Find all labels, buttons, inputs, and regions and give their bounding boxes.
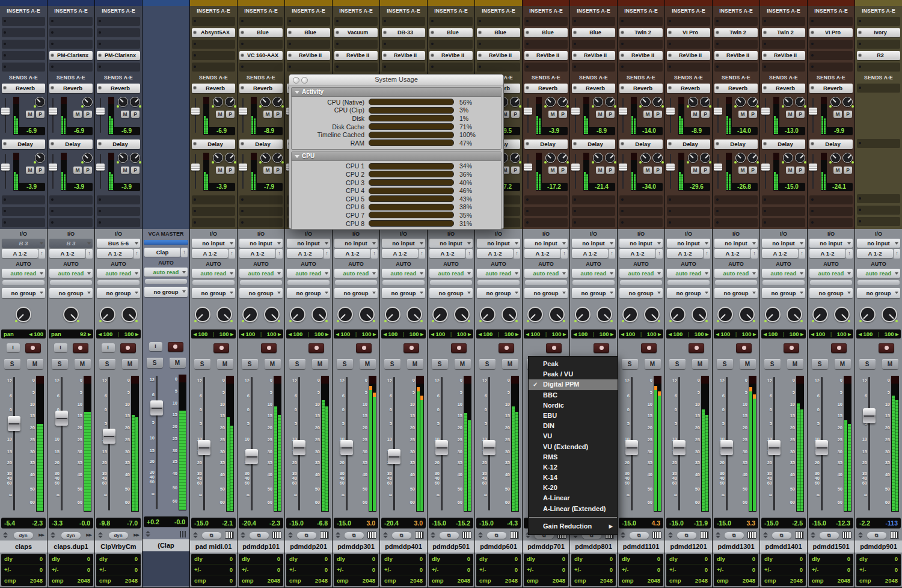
send-pan-knob[interactable] xyxy=(272,97,283,107)
send-pan-knob[interactable] xyxy=(593,97,603,107)
send-mute-button[interactable]: M xyxy=(121,111,129,118)
record-enable-button[interactable] xyxy=(308,343,324,353)
pan-value-display[interactable]: pan◂ 100 xyxy=(1,329,46,338)
send-level-display[interactable]: -14.0 xyxy=(636,127,663,135)
send-pre-button[interactable]: P xyxy=(131,111,140,118)
fader-cap[interactable] xyxy=(673,440,686,455)
pan-knob[interactable] xyxy=(502,307,517,322)
input-monitor-button[interactable]: I xyxy=(7,343,20,352)
insert-slot-empty[interactable] xyxy=(760,194,807,206)
insert-slot-empty[interactable] xyxy=(523,217,569,228)
send-fader-cap[interactable] xyxy=(571,108,580,115)
send-fader-cap[interactable] xyxy=(666,108,675,115)
output-path-arrow-icon[interactable]: ↑ xyxy=(86,249,93,259)
track-name[interactable]: pdmdd1101 xyxy=(618,541,664,553)
send-pre-button[interactable]: P xyxy=(701,111,710,118)
volume-peak-display[interactable]: -5.4-2.3 xyxy=(1,518,46,528)
send-fader-track[interactable] xyxy=(52,98,54,133)
menu-item-k-20[interactable]: K-20 xyxy=(529,483,618,493)
send-pan-knob[interactable] xyxy=(652,153,663,163)
insert-slot-empty[interactable] xyxy=(333,61,379,73)
send-assign-button[interactable]: Delay xyxy=(713,138,759,150)
insert-slot[interactable]: R2 xyxy=(855,50,902,61)
insert-slot-empty[interactable] xyxy=(665,217,712,228)
send-pan-knob[interactable] xyxy=(688,153,698,163)
pan-knob[interactable] xyxy=(100,307,115,322)
insert-slot-empty[interactable] xyxy=(570,217,617,228)
record-enable-button[interactable] xyxy=(689,343,704,353)
mute-button[interactable]: M xyxy=(787,359,803,369)
automation-mode-selector[interactable]: auto read xyxy=(97,269,140,278)
insert-slot-empty[interactable] xyxy=(570,194,617,206)
fader-cap[interactable] xyxy=(55,411,68,426)
mute-button[interactable]: M xyxy=(122,359,138,369)
pan-knob[interactable] xyxy=(717,307,733,322)
send-fader-cap[interactable] xyxy=(1,164,10,171)
send-pre-button[interactable]: P xyxy=(274,167,282,174)
copy-pill-button[interactable]: ⧉ xyxy=(630,532,649,539)
output-selector[interactable]: A 1-2 xyxy=(762,249,798,258)
solo-button[interactable]: S xyxy=(717,359,733,369)
send-level-display[interactable]: -13.0 xyxy=(778,127,805,135)
insert-slot-empty[interactable] xyxy=(570,206,617,217)
send-assign-button[interactable]: Reverb xyxy=(523,82,569,94)
send-mute-button[interactable]: M xyxy=(786,167,794,174)
insert-slot-empty[interactable] xyxy=(618,16,664,27)
group-selector[interactable]: no group xyxy=(97,288,140,298)
send-mute-button[interactable]: M xyxy=(73,167,82,174)
pan-knob[interactable] xyxy=(359,307,375,322)
insert-slot-empty[interactable] xyxy=(760,16,807,27)
insert-slot-empty[interactable] xyxy=(95,16,142,27)
track-name[interactable]: ClpVrbyCm xyxy=(95,541,142,553)
plugin-bypass-led[interactable] xyxy=(479,54,481,57)
volume-peak-display[interactable]: +0.2-0.0 xyxy=(144,516,188,527)
send-pan-knob[interactable] xyxy=(747,153,758,163)
volume-peak-display[interactable]: -15.0-6.8 xyxy=(286,518,331,528)
send-fader-track[interactable] xyxy=(765,98,766,133)
midi-keyboard-icon[interactable] xyxy=(890,531,899,539)
output-selector[interactable]: A 1-2 xyxy=(619,249,655,258)
send-fader-track[interactable] xyxy=(670,154,671,189)
insert-slot-empty[interactable] xyxy=(428,38,474,50)
copy-pill-button[interactable]: ⧉ xyxy=(725,532,744,539)
mute-button[interactable]: M xyxy=(740,359,756,369)
pan-knob[interactable] xyxy=(692,307,707,322)
menu-item-a-linear-extended-[interactable]: A-Linear (Extended) xyxy=(529,504,618,514)
track-name[interactable]: pdmddp801 xyxy=(570,541,617,553)
pan-knob[interactable] xyxy=(765,307,781,322)
track-height-arrows-icon[interactable] xyxy=(811,532,815,538)
pan-knob[interactable] xyxy=(670,307,686,322)
send-assign-button[interactable]: Delay xyxy=(808,138,854,150)
send-mute-button[interactable]: M xyxy=(691,111,699,118)
send-fader-cap[interactable] xyxy=(96,108,105,115)
input-selector[interactable]: no input xyxy=(714,239,758,248)
send-level-display[interactable]: -3.9 xyxy=(208,183,235,191)
menu-item-a-linear[interactable]: A-Linear xyxy=(529,493,618,503)
record-enable-button[interactable] xyxy=(120,343,136,353)
send-level-display[interactable]: -24.1 xyxy=(826,183,853,191)
window-close-button[interactable] xyxy=(293,77,299,84)
send-fader-track[interactable] xyxy=(5,98,6,133)
send-pre-button[interactable]: P xyxy=(36,111,44,118)
fast-forward-icon[interactable]: ▶▶ xyxy=(38,533,44,537)
insert-slot[interactable]: ReVibe II xyxy=(333,50,379,61)
output-path-arrow-icon[interactable]: ↑ xyxy=(799,249,805,259)
send-level-display[interactable]: -7.9 xyxy=(256,183,283,191)
fader-track[interactable] xyxy=(251,377,253,510)
dyn-pill-button[interactable]: dyn xyxy=(109,532,128,539)
automation-mode-selector[interactable]: auto read xyxy=(762,269,805,278)
volume-peak-display[interactable]: -15.03.3 xyxy=(714,518,758,528)
send-fader-track[interactable] xyxy=(812,98,814,133)
midi-keyboard-icon[interactable] xyxy=(415,531,424,539)
mute-button[interactable]: M xyxy=(360,359,376,369)
insert-slot-empty[interactable] xyxy=(428,16,474,27)
send-fader-cap[interactable] xyxy=(809,164,817,171)
send-mute-button[interactable]: M xyxy=(121,167,129,174)
fader-cap[interactable] xyxy=(103,429,115,444)
plugin-bypass-led[interactable] xyxy=(764,31,766,34)
delay-compensation-display[interactable]: dly0 +/-0 cmp2048 xyxy=(571,554,616,586)
track-height-arrows-icon[interactable] xyxy=(3,532,8,538)
send-pan-knob[interactable] xyxy=(213,153,223,163)
send-fader-cap[interactable] xyxy=(191,108,200,115)
output-selector[interactable]: A 1-2 xyxy=(572,249,608,258)
